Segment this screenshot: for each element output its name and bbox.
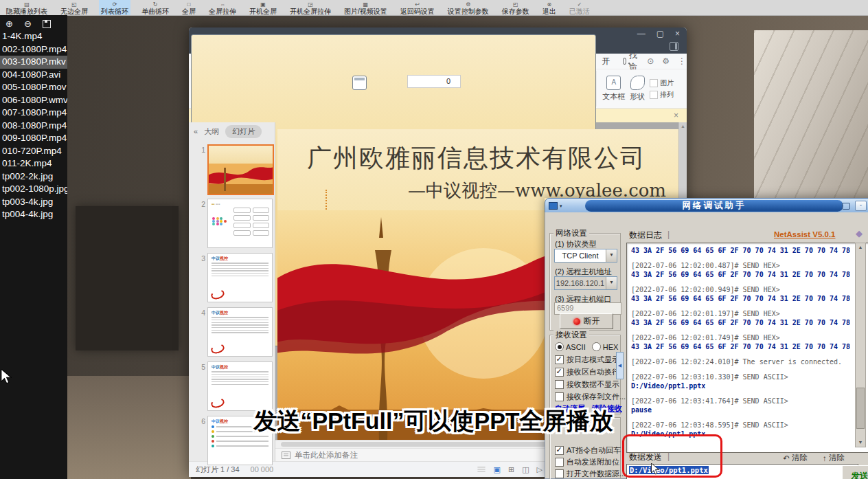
panel-collapse-icon[interactable]: « — [194, 127, 198, 135]
file-datasource-checkbox[interactable] — [555, 469, 564, 478]
slide-thumbnail-3[interactable]: 中议视控 — [207, 253, 273, 302]
mouse-cursor — [1, 369, 12, 384]
list-item[interactable]: tp002-2k.jpg — [0, 170, 67, 183]
outline-tab[interactable]: 大纲 — [204, 126, 219, 137]
pin-icon[interactable] — [842, 203, 850, 210]
room-floor — [67, 376, 191, 479]
exit-icon: ⊗ — [547, 2, 551, 8]
toolbar-boot-fullscreen[interactable]: ▣开机全屏 — [247, 0, 279, 15]
sidebar-toggle-icon[interactable] — [670, 42, 678, 51]
toolbar-exit[interactable]: ⊗退出 — [540, 0, 558, 15]
new-slide-button[interactable]: 新建幻灯片 — [309, 84, 347, 94]
toolbar-control-params[interactable]: ⚙设置控制参数 — [446, 0, 491, 15]
slide-thumbnail-5[interactable]: 中议视控 — [207, 361, 273, 411]
toolbar-single-loop[interactable]: ↻单曲循环 — [139, 0, 171, 15]
list-item[interactable]: 002-1080P.mp4 — [0, 43, 67, 56]
font-size-input[interactable]: 0 — [407, 75, 461, 88]
normal-view-icon[interactable]: ▣ — [494, 465, 501, 474]
shapes-icon — [630, 76, 645, 90]
toolbar-media-settings[interactable]: ▦图片/视频设置 — [342, 0, 389, 15]
protocol-select[interactable]: TCP Client ▼ — [554, 249, 617, 263]
list-item[interactable]: 009-1080P.mp4 — [0, 132, 67, 145]
log-line: 43 3A 2F 56 69 64 65 6F 2F 70 70 74 31 2… — [631, 270, 868, 279]
ascii-radio[interactable] — [555, 342, 564, 351]
list-item[interactable]: 008-1080P.mp4 — [0, 120, 67, 133]
clear-receive-button[interactable]: ↶ 清除 — [783, 453, 808, 463]
fullscreen-stretch-icon: ⇔ — [220, 2, 225, 8]
toolbar-boot-fullscreen-stretch[interactable]: ◲开机全屏拉伸 — [288, 0, 333, 15]
toolbar-save-params[interactable]: ◰保存参数 — [500, 0, 532, 15]
list-item[interactable]: 1-4K.mp4 — [0, 30, 67, 43]
disconnect-button[interactable]: 断开 — [560, 313, 613, 329]
save-to-file-checkbox[interactable] — [555, 392, 564, 401]
toolbar-hide-playlist[interactable]: ▤隐藏播放列表 — [4, 0, 49, 15]
netassist-version-link[interactable]: NetAssist V5.0.1 — [774, 230, 836, 238]
returncode-settings-icon: ↩ — [415, 2, 420, 8]
slide-thumbnail-2[interactable]: ▪▪ ▪▪▪ — [207, 199, 273, 248]
toolbar-list-loop[interactable]: ⟳列表循环 — [99, 0, 130, 15]
fullscreen-icon: □ — [187, 2, 191, 8]
list-item[interactable]: 010-720P.mp4 — [0, 145, 67, 158]
scroll-down-icon[interactable]: ▼ — [856, 438, 865, 447]
remove-file-icon[interactable]: ⊖ — [24, 19, 32, 29]
maximize-button[interactable]: ▢ — [656, 30, 664, 38]
slide-thumbnail-4[interactable]: 中议视控 — [207, 307, 273, 357]
play-view-icon[interactable]: ▷ — [537, 465, 542, 474]
log-mode-checkbox[interactable] — [555, 355, 564, 364]
toolbar-returncode-settings[interactable]: ↩返回码设置 — [398, 0, 437, 15]
scrollbar-thumb[interactable] — [856, 388, 865, 429]
netassist-titlebar[interactable]: ▾ 网络调试助手 - □ — [545, 198, 868, 214]
close-button[interactable]: × — [675, 30, 680, 38]
toolbar-fullscreen-stretch[interactable]: ⇔全屏拉伸 — [207, 0, 238, 15]
gear-icon[interactable]: ⚙ — [662, 56, 670, 66]
more-icon[interactable]: ⋮ — [678, 56, 686, 66]
log-scrollbar[interactable]: ▲ ▼ — [855, 243, 866, 447]
gem-icon[interactable]: ◆ — [856, 228, 863, 238]
list-item[interactable]: tp002-1080p.jpg — [0, 183, 67, 196]
playlist-files: 1-4K.mp4 002-1080P.mp4 003-1080P.mkv 004… — [0, 30, 67, 221]
send-button[interactable]: 发送 — [842, 465, 868, 479]
list-item[interactable]: 006-1080P.wmv — [0, 94, 67, 107]
log-line: 43 3A 2F 56 69 64 65 6F 2F 70 70 74 31 2… — [631, 342, 868, 351]
toolbar-borderless-fullscreen[interactable]: ◱无边全屏 — [58, 0, 90, 15]
textbox-button[interactable]: A 文本框 — [602, 76, 625, 102]
wordwrap-checkbox[interactable] — [555, 368, 564, 377]
slide-sorter-icon[interactable]: ⊞ — [508, 465, 514, 474]
clock-icon[interactable]: ⊙ — [647, 56, 654, 66]
data-log[interactable]: 43 3A 2F 56 69 64 65 6F 2F 70 70 74 31 2… — [626, 243, 868, 453]
host-select[interactable]: 192.168.120.1 ▼ — [554, 276, 617, 290]
screen: ▤隐藏播放列表 ◱无边全屏 ⟳列表循环 ↻单曲循环 □全屏 ⇔全屏拉伸 ▣开机全… — [0, 0, 868, 479]
data-log-tab[interactable]: 数据日志 — [629, 230, 662, 241]
tab-dev[interactable]: 开 — [602, 56, 610, 67]
warning-close-icon[interactable]: × — [674, 111, 678, 120]
shapes-button[interactable]: 形状 — [630, 76, 645, 102]
list-item[interactable]: 004-1080P.avi — [0, 69, 67, 82]
minimize-button[interactable]: — — [637, 30, 646, 38]
notes-toggle-icon[interactable] — [477, 467, 485, 472]
list-item[interactable]: 011-2K.mp4 — [0, 157, 67, 170]
toolbar-fullscreen[interactable]: □全屏 — [180, 0, 198, 15]
netassist-minimize-button[interactable]: - — [855, 201, 867, 211]
panel-collapse-handle[interactable]: ◀ — [616, 352, 624, 379]
annotation-red-box — [622, 434, 722, 478]
list-item-selected[interactable]: 003-1080P.mkv — [0, 56, 67, 69]
list-item[interactable]: tp004-4k.jpg — [0, 208, 67, 221]
arrange-button[interactable]: 排列 — [650, 90, 674, 100]
add-file-icon[interactable]: ⊕ — [5, 19, 13, 29]
at-newline-checkbox[interactable] — [555, 446, 564, 455]
list-item[interactable]: 005-1080P.mov — [0, 81, 67, 94]
auto-append-checkbox[interactable] — [555, 458, 564, 467]
textbox-icon: A — [606, 76, 621, 90]
clear-send-button[interactable]: ↑ 清除 — [823, 453, 845, 463]
scroll-up-icon[interactable]: ▲ — [856, 243, 865, 252]
list-item[interactable]: tp003-4k.jpg — [0, 196, 67, 209]
hide-recv-checkbox[interactable] — [555, 380, 564, 389]
slides-tab[interactable]: 幻灯片 — [225, 125, 262, 138]
save-playlist-icon[interactable] — [43, 20, 51, 28]
list-item[interactable]: 007-1080P.mp4 — [0, 107, 67, 120]
slide-thumbnail-1[interactable] — [207, 144, 274, 195]
split-view-icon[interactable]: ◫ — [522, 465, 529, 474]
hex-radio[interactable] — [592, 342, 601, 351]
picture-button[interactable]: 图片 — [650, 78, 674, 88]
system-menu[interactable]: ▾ — [545, 202, 562, 210]
